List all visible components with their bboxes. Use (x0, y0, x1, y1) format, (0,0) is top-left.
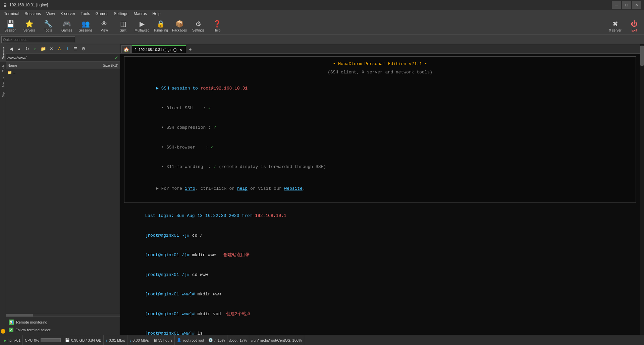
split-icon: ◫ (120, 20, 126, 28)
multiexec-label: MultiExec (135, 28, 149, 32)
remote-monitoring-label: Remote monitoring (16, 320, 47, 324)
servers-icon: ⭐ (25, 20, 34, 28)
file-home-button[interactable]: ⌂ (32, 45, 39, 53)
disk-media-value: /run/media/root/CentOS: 100% (251, 338, 302, 342)
disk-root-status: 💿 /: 15% (206, 335, 227, 345)
settings-label: Settings (192, 28, 204, 32)
path-input[interactable] (7, 56, 113, 60)
quickconnect-input[interactable] (1, 36, 75, 43)
download-speed: 0.00 Mb/s (132, 338, 149, 342)
menu-games[interactable]: Games (93, 11, 111, 17)
sessions-tab[interactable]: Sessions (0, 44, 6, 62)
tab-home-button[interactable]: 🏠 (121, 45, 131, 53)
terminal-output[interactable]: • MobaXterm Personal Edition v21.1 • (SS… (120, 54, 640, 335)
more-info-line: ► For more info, ctrl+click on help or v… (130, 179, 630, 198)
close-button[interactable]: ✕ (632, 1, 641, 9)
ssh-browser-line: • SSH-browser : ✓ (130, 137, 630, 157)
multiexec-icon: ▶ (140, 20, 145, 28)
tools-button[interactable]: 🔧 Tools (39, 18, 57, 34)
user-icon: 👤 (177, 338, 181, 342)
follow-terminal-row[interactable]: ✓ Follow terminal folder (7, 326, 118, 334)
users-status: 👤 root root root (175, 335, 206, 345)
slip-tab[interactable]: Slip (0, 90, 6, 100)
file-item-parent[interactable]: 📁 .. (6, 69, 120, 76)
tools-tab[interactable]: Tools (0, 62, 6, 74)
right-scrollbar[interactable] (640, 44, 644, 335)
xserver-button[interactable]: ✖ X server (605, 18, 625, 34)
tab-label: 2. 192.168.10.31 ([nginx]) (135, 48, 176, 52)
horizontal-scrollbar[interactable] (6, 314, 120, 317)
file-info-button[interactable]: i (64, 45, 71, 53)
file-settings-button[interactable]: ⚙ (80, 45, 87, 53)
info-link[interactable]: info (185, 186, 195, 191)
title-text: 192.168.10.31 [nginx] (9, 3, 612, 7)
menu-help[interactable]: Help (150, 11, 163, 17)
new-tab-button[interactable]: + (186, 45, 194, 53)
packages-button[interactable]: 📦 Packages (170, 18, 189, 34)
tunneling-icon: 🔒 (157, 20, 165, 28)
follow-terminal-label: Follow terminal folder (15, 328, 51, 332)
follow-terminal-checkbox[interactable]: ✓ (9, 328, 13, 332)
disk-usage: 0.98 GB / 3.84 GB (71, 338, 101, 342)
file-view-button[interactable]: ☰ (72, 45, 79, 53)
multiexec-button[interactable]: ▶ MultiExec (133, 18, 151, 34)
minimize-button[interactable]: ─ (612, 1, 621, 9)
file-delete-button[interactable]: ✕ (48, 45, 55, 53)
tunneling-label: Tunneling (153, 28, 168, 32)
menu-sessions[interactable]: Sessions (22, 11, 44, 17)
file-refresh-button[interactable]: ↻ (23, 45, 31, 53)
active-tab[interactable]: 2. 192.168.10.31 ([nginx]) ✕ (131, 45, 186, 53)
menu-view[interactable]: View (44, 11, 58, 17)
tab-bar: 🏠 2. 192.168.10.31 ([nginx]) ✕ + (120, 44, 640, 54)
games-button[interactable]: 🎮 Games (58, 18, 76, 34)
session-button[interactable]: 💾 Session (1, 18, 19, 34)
disk-usage-status: 💾 0.98 GB / 3.84 GB (63, 335, 104, 345)
cpu-label: CPU (25, 338, 33, 342)
menu-settings[interactable]: Settings (111, 11, 131, 17)
games-label: Games (61, 28, 72, 32)
packages-icon: 📦 (175, 20, 184, 28)
split-button[interactable]: ◫ Split (114, 18, 132, 34)
file-back-button[interactable]: ◀ (7, 45, 15, 53)
ssh-compression-line: • SSH compression : ✓ (130, 118, 630, 138)
last-login-line: Last login: Sun Aug 13 16:22:30 2023 fro… (124, 206, 636, 226)
path-bar: ✓ (6, 54, 120, 62)
file-header: Name Size (KB) (6, 62, 120, 69)
cmd-mkdir-www: [root@nginx01 /]# mkdir www 创建站点目录 (124, 245, 636, 265)
help-button[interactable]: ❓ Help (208, 18, 226, 34)
packages-label: Packages (172, 28, 187, 32)
menu-terminal[interactable]: Terminal (1, 11, 22, 17)
sessions-button[interactable]: 👥 Sessions (76, 18, 95, 34)
disk-media-status: /run/media/root/CentOS: 100% (249, 335, 304, 345)
cmd-cd-root: [root@nginx01 ~]# cd / (124, 226, 636, 245)
exit-button[interactable]: ⏻ Exit (626, 18, 643, 34)
website-link[interactable]: website (284, 186, 303, 191)
file-new-button[interactable]: 📁 (40, 45, 47, 53)
view-button[interactable]: 👁 View (95, 18, 113, 34)
menu-xserver[interactable]: X server (58, 11, 78, 17)
disk-root-icon: 💿 (208, 338, 213, 342)
users-value: root root root (183, 338, 204, 342)
cmd-mkdir-www2: [root@nginx01 www]# mkdir www (124, 285, 636, 304)
session-label: Session (4, 28, 16, 32)
menu-macros[interactable]: Macros (131, 11, 150, 17)
tools-label: Tools (44, 28, 52, 32)
settings-button[interactable]: ⚙ Settings (189, 18, 207, 34)
help-link[interactable]: help (237, 186, 248, 191)
macros-tab[interactable]: Macros (0, 74, 6, 90)
file-rename-button[interactable]: A (56, 45, 63, 53)
remote-monitoring-row: 📊 Remote monitoring (7, 318, 118, 326)
exit-icon: ⏻ (631, 20, 638, 28)
file-up-button[interactable]: ▲ (15, 45, 23, 53)
session-icon: 💾 (6, 20, 15, 28)
folder-icon: 📁 (7, 70, 12, 75)
scrollbar-thumb-right[interactable] (640, 46, 644, 66)
tunneling-button[interactable]: 🔒 Tunneling (152, 18, 170, 34)
xserver-icon: ✖ (612, 20, 618, 28)
tab-close-button[interactable]: ✕ (178, 47, 183, 52)
x11-forwarding-line: • X11-forwarding : ✓ (remote display is … (130, 157, 630, 177)
menu-tools[interactable]: Tools (78, 11, 93, 17)
welcome-subtitle: (SSH client, X server and network tools) (130, 69, 630, 76)
maximize-button[interactable]: □ (622, 1, 631, 9)
servers-button[interactable]: ⭐ Servers (20, 18, 38, 34)
